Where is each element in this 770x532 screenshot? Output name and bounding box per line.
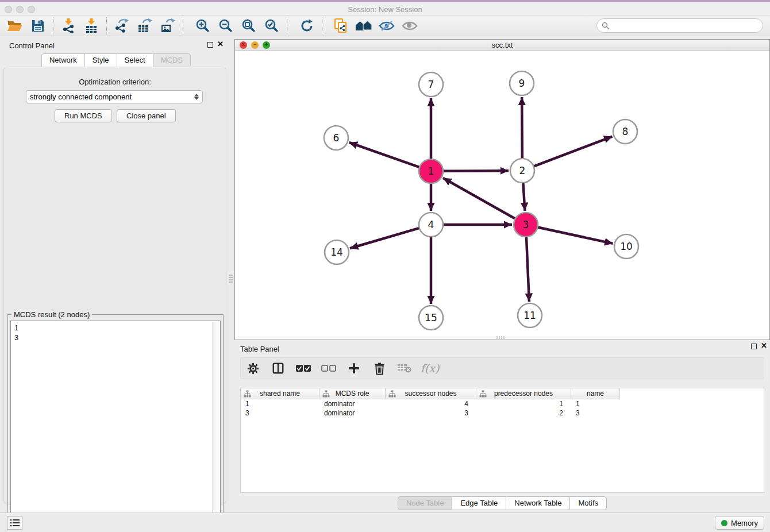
node-label-15: 15: [425, 312, 437, 323]
column-header-MCDS-role[interactable]: MCDS role: [319, 388, 386, 399]
node-label-4: 4: [428, 219, 434, 230]
edge-2-3[interactable]: [523, 183, 525, 211]
result-scrollbar[interactable]: [212, 322, 220, 529]
memory-status-icon: [721, 520, 727, 526]
network-window-grip[interactable]: [496, 336, 506, 339]
os-title-bar: Session: New Session: [0, 0, 770, 16]
delete-column-trash-icon[interactable]: [372, 361, 387, 376]
tab-style[interactable]: Style: [84, 53, 117, 67]
panel-divider-grip[interactable]: [229, 275, 233, 284]
column-label: MCDS role: [336, 390, 369, 398]
toolbar-separator: [183, 17, 183, 34]
cell-shared-name[interactable]: 1: [241, 399, 319, 408]
import-network-icon[interactable]: [57, 17, 80, 35]
mcds-result-title: MCDS result (2 nodes): [11, 310, 92, 319]
search-field[interactable]: [596, 18, 763, 33]
hide-selected-icon[interactable]: [375, 17, 398, 35]
export-table-icon[interactable]: [133, 17, 156, 35]
control-panel-title: Control Panel: [9, 41, 55, 50]
column-header-name[interactable]: name: [571, 388, 620, 399]
network-view-window: × − + scc.txt 7968124314101511: [234, 39, 770, 340]
show-all-icon: [398, 17, 421, 35]
session-title: Session: New Session: [0, 5, 770, 14]
status-bar: Memory: [0, 512, 770, 532]
export-image-icon[interactable]: [156, 17, 179, 35]
zoom-fit-icon[interactable]: [237, 17, 260, 35]
save-session-icon[interactable]: [26, 17, 49, 35]
mcds-result-box[interactable]: 1 3: [10, 321, 221, 530]
criterion-value: strongly connected component: [30, 92, 132, 101]
table-row[interactable]: 3dominator323: [241, 408, 764, 418]
export-network-icon[interactable]: [110, 17, 133, 35]
zoom-out-icon[interactable]: [214, 17, 237, 35]
tab-network[interactable]: Network: [41, 53, 84, 67]
column-label: shared name: [260, 390, 300, 398]
cell-name[interactable]: 3: [571, 408, 620, 418]
open-session-icon[interactable]: [3, 17, 26, 35]
edge-1-2[interactable]: [443, 171, 509, 171]
import-table-icon[interactable]: [80, 17, 103, 35]
mcds-panel: Optimization criterion: strongly connect…: [3, 67, 226, 504]
tab-mcds[interactable]: MCDS: [153, 53, 191, 67]
node-label-7: 7: [428, 79, 434, 90]
tab-motifs[interactable]: Motifs: [569, 496, 607, 510]
column-header-successor-nodes[interactable]: successor nodes: [386, 388, 476, 399]
add-column-icon[interactable]: [346, 361, 361, 376]
toolbar-separator: [53, 17, 53, 34]
optimization-criterion-label: Optimization criterion:: [4, 78, 226, 86]
gear-icon[interactable]: [245, 361, 260, 376]
criterion-dropdown[interactable]: strongly connected component: [26, 90, 203, 103]
task-history-button[interactable]: [7, 516, 22, 530]
edge-1-6[interactable]: [349, 142, 420, 167]
copy-network-icon[interactable]: [329, 17, 352, 35]
edge-2-9[interactable]: [522, 97, 522, 159]
deselect-all-checkboxes-icon[interactable]: [321, 361, 336, 376]
cell-successor-nodes[interactable]: 4: [386, 399, 476, 408]
tab-network-table[interactable]: Network Table: [506, 496, 569, 510]
edge-3-10[interactable]: [538, 227, 613, 243]
table-panel-tabs: Node TableEdge TableNetwork TableMotifs: [234, 496, 770, 510]
edge-3-1[interactable]: [443, 178, 515, 219]
cell-predecessor-nodes[interactable]: 2: [476, 408, 571, 418]
tab-select[interactable]: Select: [117, 53, 153, 67]
column-header-shared-name[interactable]: shared name: [241, 388, 319, 399]
refresh-layout-icon[interactable]: [295, 17, 318, 35]
edge-2-8[interactable]: [534, 137, 613, 167]
home-view-icon[interactable]: [352, 17, 375, 35]
zoom-selected-icon[interactable]: [260, 17, 283, 35]
table-panel-close-icon[interactable]: ✕: [761, 341, 767, 350]
table-row[interactable]: 1dominator411: [241, 399, 764, 408]
toolbar-separator: [106, 17, 107, 34]
close-panel-button[interactable]: Close panel: [117, 109, 176, 122]
run-mcds-button[interactable]: Run MCDS: [55, 109, 112, 122]
main-toolbar: [0, 16, 770, 36]
edge-4-14[interactable]: [350, 228, 419, 248]
control-panel-close-icon[interactable]: ✕: [217, 40, 224, 48]
network-window-titlebar[interactable]: × − + scc.txt: [235, 40, 769, 51]
column-header-predecessor-nodes[interactable]: predecessor nodes: [476, 388, 571, 399]
mcds-result-values: 1 3: [11, 321, 220, 344]
cell-predecessor-nodes[interactable]: 1: [476, 399, 571, 408]
node-label-9: 9: [519, 78, 525, 89]
columns-icon[interactable]: [271, 361, 286, 376]
table-panel-float-icon[interactable]: [751, 344, 757, 349]
cell-MCDS-role[interactable]: dominator: [319, 399, 386, 408]
cell-successor-nodes[interactable]: 3: [386, 408, 476, 418]
table-panel: Table Panel ✕ f(x): [234, 340, 770, 512]
network-graph-canvas[interactable]: 7968124314101511: [235, 51, 769, 340]
node-label-11: 11: [523, 310, 536, 321]
cell-shared-name[interactable]: 3: [241, 408, 319, 418]
tab-node-table[interactable]: Node Table: [398, 496, 452, 510]
edge-3-11[interactable]: [526, 237, 529, 302]
select-all-checkboxes-icon[interactable]: [296, 361, 311, 376]
memory-button[interactable]: Memory: [715, 516, 764, 530]
cell-MCDS-role[interactable]: dominator: [319, 408, 386, 418]
cell-name[interactable]: 1: [571, 399, 620, 408]
control-panel-float-icon[interactable]: [207, 42, 213, 48]
tab-edge-table[interactable]: Edge Table: [452, 496, 506, 510]
search-input[interactable]: [613, 21, 763, 30]
node-table[interactable]: shared nameMCDS rolesuccessor nodesprede…: [240, 388, 764, 493]
column-label: successor nodes: [405, 390, 456, 398]
node-label-2: 2: [519, 165, 526, 176]
zoom-in-icon[interactable]: [191, 17, 214, 35]
